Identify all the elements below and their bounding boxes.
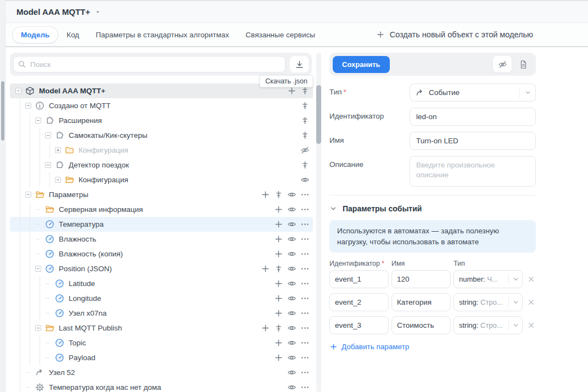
eye-icon[interactable] [287,338,296,348]
document-button[interactable] [514,56,533,72]
sliders-icon[interactable] [300,101,310,110]
tree-row[interactable]: Latitude [10,276,313,291]
eye-icon[interactable] [287,220,296,229]
eye-icon[interactable] [287,383,296,392]
dots-icon[interactable] [300,279,310,288]
plus-icon[interactable] [287,86,296,96]
tree-row[interactable]: Параметры [10,187,313,202]
eye-off-icon[interactable] [300,145,310,155]
param-type-select[interactable]: number: Ч... [453,270,523,288]
expander-minus-icon[interactable] [35,117,41,124]
sliders-icon[interactable] [300,86,310,96]
sliders-icon[interactable] [274,323,283,333]
dots-icon[interactable] [300,323,310,333]
title-dropdown-caret-icon[interactable] [94,9,101,15]
identifier-input[interactable] [410,108,536,126]
page-scrollbar-track[interactable] [0,0,5,392]
tree-row[interactable]: Конфигурация [10,172,313,187]
download-json-button[interactable] [290,56,309,72]
param-id-input[interactable] [329,316,389,334]
plus-icon[interactable] [261,190,270,199]
remove-param-icon[interactable] [527,298,535,306]
tab-model[interactable]: Модель [12,26,58,43]
dots-icon[interactable] [300,234,310,244]
plus-icon[interactable] [274,353,283,362]
tree-row[interactable]: Payload [10,350,313,365]
dots-icon[interactable] [300,309,310,318]
plus-icon[interactable] [261,323,270,333]
tree-row[interactable]: Серверная информация [10,202,313,217]
plus-icon[interactable] [261,264,270,273]
tree-row[interactable]: Конфигурация [10,143,313,158]
plus-icon[interactable] [274,249,283,259]
eye-icon[interactable] [287,249,296,259]
tree-row[interactable]: Расширения [10,113,313,128]
save-button[interactable]: Сохранить [333,56,390,73]
eye-icon[interactable] [287,353,296,362]
search-input[interactable] [13,56,285,72]
expander-minus-icon[interactable] [25,103,31,109]
sliders-icon[interactable] [300,116,310,125]
tree-row[interactable]: Topic [10,335,313,350]
param-id-input[interactable] [329,270,389,288]
dots-icon[interactable] [300,383,310,392]
dots-icon[interactable] [300,264,310,273]
expander-minus-icon[interactable] [45,132,51,138]
create-object-button[interactable]: Создать новый объект с этой моделью [376,30,533,39]
sliders-icon[interactable] [300,160,310,170]
tree-row[interactable]: Самокаты/Кик-скутеры [10,128,313,143]
eye-icon[interactable] [287,234,296,244]
eye-icon[interactable] [287,264,296,273]
tree-scrollbar-thumb[interactable] [316,85,321,144]
tree-row[interactable]: Position (JSON) [10,261,313,276]
tree-row[interactable]: Влажность (копия) [10,247,313,261]
tree-row[interactable]: Температура [10,217,313,232]
param-name-input[interactable] [391,270,451,288]
plus-icon[interactable] [274,338,283,348]
dots-icon[interactable] [300,368,310,377]
add-param-button[interactable]: Добавить параметр [329,343,536,351]
tab-code[interactable]: Код [58,27,87,43]
dots-icon[interactable] [300,205,310,214]
tree-row[interactable]: Влажность [10,232,313,247]
tree-row[interactable]: Узел x07na [10,306,313,321]
expander-minus-icon[interactable] [15,88,21,94]
plus-icon[interactable] [274,279,283,288]
tree-row[interactable]: Температура когда нас нет дома [10,380,313,392]
plus-icon[interactable] [274,205,283,214]
name-input[interactable] [410,132,536,150]
tree-row[interactable]: Longitude [10,291,313,306]
eye-icon[interactable] [287,323,296,333]
expander-minus-icon[interactable] [55,177,61,183]
eye-icon[interactable] [287,294,296,303]
dots-icon[interactable] [300,353,310,362]
eye-icon[interactable] [300,175,310,184]
eye-icon[interactable] [287,190,296,199]
param-name-input[interactable] [391,293,451,311]
description-textarea[interactable] [410,156,536,187]
expander-minus-icon[interactable] [35,266,41,272]
dots-icon[interactable] [300,249,310,259]
dots-icon[interactable] [300,338,310,348]
expander-minus-icon[interactable] [25,192,31,198]
event-params-section-header[interactable]: Параметры событий [329,204,536,213]
eye-icon[interactable] [287,368,296,377]
dots-icon[interactable] [300,220,310,229]
tab-linked-services[interactable]: Связанные сервисы [237,27,323,43]
expander-plus-icon[interactable] [55,147,61,153]
tree-row[interactable]: Узел 52 [10,365,313,380]
param-type-select[interactable]: string: Стро... [453,316,523,334]
sliders-icon[interactable] [300,131,310,140]
remove-param-icon[interactable] [527,275,535,283]
param-type-select[interactable]: string: Стро... [453,293,523,311]
eye-icon[interactable] [287,205,296,214]
sliders-icon[interactable] [274,190,283,199]
tab-standard-algorithms-params[interactable]: Параметры в стандартных алгоритмах [87,27,237,43]
param-id-input[interactable] [329,293,389,311]
eye-icon[interactable] [287,279,296,288]
hide-button[interactable] [493,56,512,72]
dots-icon[interactable] [300,190,310,199]
expander-minus-icon[interactable] [45,162,51,168]
expander-minus-icon[interactable] [35,325,41,331]
tree-row[interactable]: Last MQTT Publish [10,321,313,335]
